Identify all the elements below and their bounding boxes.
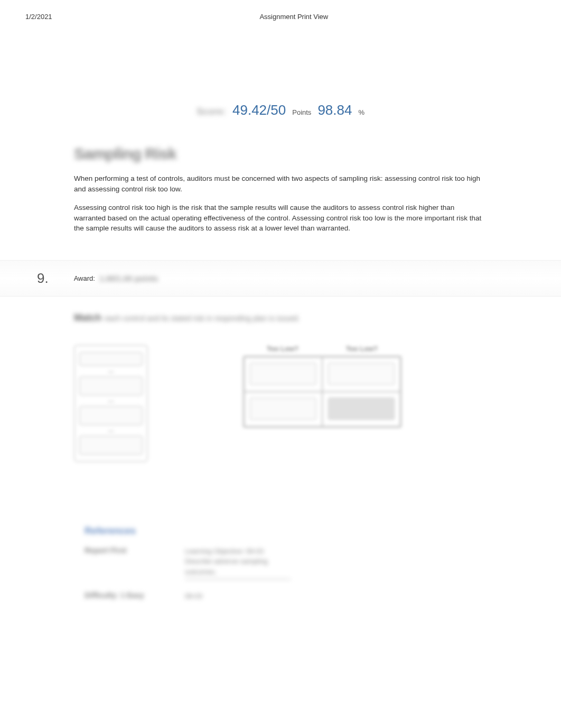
ref-row-1: Report First Learning Objective: 09-03 D…: [85, 546, 476, 580]
content-block: Sampling Risk When performing a test of …: [0, 145, 561, 234]
page-date: 1/2/2021: [25, 13, 52, 21]
grid-header-1: Too Low?: [246, 345, 320, 353]
page-title: Assignment Print View: [52, 13, 536, 21]
grid-cell[interactable]: [244, 357, 322, 392]
grid-table: Too Low? Too Low?: [243, 345, 401, 428]
prompt-row: Match each control and its stated risk i…: [0, 312, 561, 324]
prompt-bold: Match: [74, 312, 101, 324]
drag-label: —: [78, 398, 144, 404]
section-para-2: Assessing control risk too high is the r…: [74, 202, 487, 234]
drag-label: —: [78, 427, 144, 434]
ref-label-2: Difficulty: 1 Easy: [85, 591, 153, 602]
score-label: Score:: [197, 106, 226, 117]
ref-row-2: Difficulty: 1 Easy 09-03: [85, 591, 476, 602]
score-points: 49.42/50: [232, 102, 286, 118]
section-heading: Sampling Risk: [74, 145, 487, 163]
question-bar: 9. Award: 1.00/1.00 points: [0, 260, 561, 297]
ref-value-1: Learning Objective: 09-03 Describe adver…: [185, 546, 291, 580]
grid-body: [243, 356, 401, 428]
drag-label: —: [78, 368, 144, 374]
grid-cell[interactable]: [322, 357, 400, 392]
grid-headers: Too Low? Too Low?: [243, 345, 401, 353]
score-percent-unit: %: [358, 108, 364, 116]
page-header: 1/2/2021 Assignment Print View: [0, 0, 561, 33]
grid-cell[interactable]: [322, 392, 400, 427]
question-number: 9.: [37, 270, 49, 287]
drag-list: — — —: [74, 345, 148, 462]
section-para-1: When performing a test of controls, audi…: [74, 173, 487, 194]
grid-header-2: Too Low?: [325, 345, 399, 353]
score-row: Score: 49.42/50 Points 98.84 %: [0, 102, 561, 118]
score-points-unit: Points: [292, 108, 311, 116]
references-heading: References: [85, 526, 476, 537]
drag-item[interactable]: [79, 352, 143, 366]
drag-item[interactable]: [79, 436, 143, 455]
drag-item[interactable]: [79, 376, 143, 395]
prompt-text: each control and its stated risk in resp…: [105, 314, 300, 322]
award-label: Award:: [74, 274, 95, 282]
award-value: 1.00/1.00 points: [99, 274, 158, 283]
ref-value-2: 09-03: [185, 591, 202, 602]
diagram-row: — — — Too Low? Too Low?: [0, 345, 561, 462]
grid-cell[interactable]: [244, 392, 322, 427]
score-percent: 98.84: [317, 102, 352, 118]
ref-label-1: Report First: [85, 546, 153, 580]
references-block: References Report First Learning Objecti…: [0, 526, 561, 602]
drag-item[interactable]: [79, 406, 143, 425]
